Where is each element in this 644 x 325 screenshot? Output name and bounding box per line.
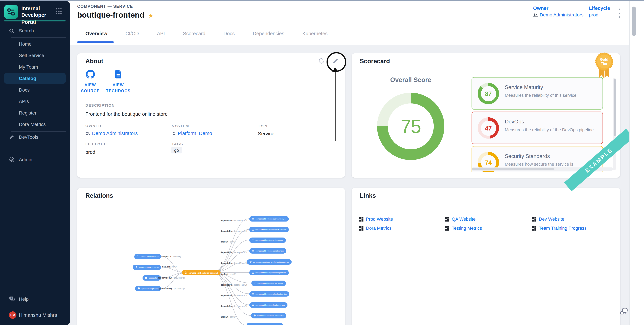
system-field-link[interactable]: Platform_Demo (172, 130, 212, 136)
relation-node[interactable]: component:boutique-emailservice (249, 248, 286, 254)
relation-node[interactable]: component:boutique-productcatalogservice (247, 259, 292, 265)
sidebar-item-dora-metrics[interactable]: Dora Metrics (0, 119, 70, 129)
edge-label: dependsOndependencyOf (220, 251, 247, 254)
component-icon (252, 293, 254, 295)
system-field-label: SYSTEM (172, 124, 189, 128)
sidebar-user[interactable]: Himanshu Mishra (0, 310, 70, 320)
owner-link[interactable]: Demo Administrators (533, 12, 584, 17)
score-item-title: Service Maturity (505, 84, 576, 90)
score-ring: 87 (478, 83, 499, 104)
sidebar-item-my-team[interactable]: My Team (0, 62, 70, 72)
edge-label: hasPartpartOf (220, 272, 236, 276)
view-source-label: VIEW SOURCE (78, 82, 103, 94)
divider (11, 131, 66, 132)
tab-overview[interactable]: Overview (76, 31, 116, 36)
brand-logo-icon[interactable] (4, 5, 18, 19)
sidebar-item-self-service[interactable]: Self Service (0, 50, 70, 60)
apps-grid-icon[interactable] (56, 8, 62, 14)
tab-api[interactable]: API (148, 31, 174, 36)
sidebar-item-docs[interactable]: Docs (0, 85, 70, 95)
group-icon (533, 13, 538, 16)
relation-node[interactable]: component:boutique-loadgenerator (249, 302, 287, 308)
page-scrollbar[interactable] (629, 1, 644, 325)
score-item-title: Security Standards (505, 153, 573, 159)
tag-chip[interactable]: go (171, 147, 182, 153)
relation-node-boutique-frontend[interactable]: component:boutique-frontend (182, 270, 220, 275)
sidebar-item-admin[interactable]: Admin (0, 155, 70, 165)
tab-docs[interactable]: Docs (214, 31, 244, 36)
overall-donut: 75 (377, 93, 444, 160)
link-dev-website[interactable]: Dev Website (532, 217, 614, 222)
tab-cicd[interactable]: CI/CD (116, 31, 148, 36)
relation-node-label: component:boutique-currencyservice (256, 218, 286, 220)
relation-node[interactable]: component:boutique-paymentservice (249, 227, 289, 232)
chat-bubbles-icon (619, 307, 628, 316)
score-value: 87 (478, 83, 499, 104)
wrench-icon (9, 134, 15, 140)
edge-label: dependsOndependencyOf (220, 229, 247, 233)
relation-node-label: api:starwars-graphql (141, 288, 158, 290)
edge-label: dependsOndependencyOf (220, 283, 247, 286)
items-vertical-scrollbar[interactable] (613, 78, 616, 170)
chat-button[interactable] (619, 307, 628, 318)
edge-label: ownerOfownedBy (163, 255, 181, 258)
sidebar-item-search[interactable]: Search (0, 26, 70, 36)
relation-node-label: component:boutique-shippingservice (256, 272, 286, 274)
relation-node[interactable]: component:boutique-shippingservice (249, 270, 288, 275)
view-techdocs-action[interactable]: VIEW TECHDOCS (106, 70, 130, 94)
component-icon (254, 282, 256, 285)
relation-node-label: component:boutique-adservice (258, 282, 284, 284)
view-source-action[interactable]: VIEW SOURCE (78, 70, 103, 94)
breadcrumb: COMPONENT — SERVICE (77, 4, 133, 8)
sidebar-item-register[interactable]: Register (0, 108, 70, 118)
dashboard-icon (359, 217, 364, 221)
edge-label: hasPartpartOf (162, 265, 177, 269)
link-prod-website[interactable]: Prod Website (359, 217, 445, 222)
link-testing-metrics[interactable]: Testing Metrics (445, 226, 532, 231)
sidebar-item-devtools[interactable]: DevTools (0, 132, 70, 142)
links-title: Links (360, 192, 376, 199)
relation-node[interactable]: component:boutique-adservice (251, 281, 286, 286)
tab-kubernetes[interactable]: Kubernetes (293, 31, 336, 36)
sidebar-item-apis[interactable]: APIs (0, 96, 70, 106)
refresh-button[interactable] (318, 57, 324, 64)
flow-logo-icon (6, 7, 16, 17)
relation-node-partial[interactable] (246, 323, 283, 325)
edge-label: dependsOndependencyOf (220, 262, 247, 265)
edge-label: hasPartpartOf (220, 315, 236, 319)
owner-field-link[interactable]: Demo Administrators (86, 130, 138, 136)
relation-node[interactable]: component:boutique-checkoutservice (249, 292, 289, 297)
overall-score-value: 75 (377, 93, 444, 160)
brand-divider (4, 20, 66, 21)
link-qa-website[interactable]: QA Website (445, 217, 532, 222)
scorecard-item-devops[interactable]: 47 DevOpsMeasures the reliability of the… (472, 111, 603, 144)
brand-title: Internal Developer Portal (21, 5, 56, 25)
relation-node[interactable]: component:boutique-currencyservice (249, 216, 289, 222)
tab-dependencies[interactable]: Dependencies (244, 31, 293, 36)
relation-node-label: component:boutique-redisservice (256, 239, 284, 241)
sidebar-item-help[interactable]: ? Help (0, 294, 70, 304)
link-label: QA Website (452, 217, 476, 222)
scorecard-item-service-maturity[interactable]: 87 Service MaturityMeasures the reliabil… (472, 77, 603, 109)
link-dora-metrics[interactable]: Dora Metrics (359, 226, 445, 231)
sidebar-item-label: Admin (19, 157, 32, 162)
more-options-icon[interactable] (616, 8, 623, 18)
relation-node[interactable]: component:boutique-redisservice (249, 238, 286, 243)
favorite-star-icon[interactable]: ★ (148, 12, 154, 18)
tab-scorecard[interactable]: Scorecard (174, 31, 214, 36)
edge-label: dependsOndependencyOf (220, 294, 247, 297)
relation-node-demo-administrators[interactable]: Demo Administrators (134, 254, 161, 259)
dashboard-icon (445, 226, 449, 230)
relation-node-system-platform-demo[interactable]: system:Platform_Demo (133, 265, 161, 270)
sidebar-item-catalog[interactable]: Catalog (0, 73, 70, 83)
api-icon (145, 277, 148, 279)
page-scrollbar-thumb[interactable] (632, 6, 636, 36)
relation-node[interactable]: component:boutique-cartservice (251, 313, 286, 318)
lifecycle-meta: Lifecycle prod (589, 5, 610, 17)
link-label: Team Training Progress (539, 226, 586, 231)
sidebar-item-home[interactable]: Home (0, 39, 70, 49)
link-team-training-progress[interactable]: Team Training Progress (532, 226, 614, 231)
component-icon (184, 271, 187, 274)
relation-node-api-starwars-graphql[interactable]: api:starwars-graphql (135, 286, 161, 291)
techdocs-icon (114, 70, 122, 79)
